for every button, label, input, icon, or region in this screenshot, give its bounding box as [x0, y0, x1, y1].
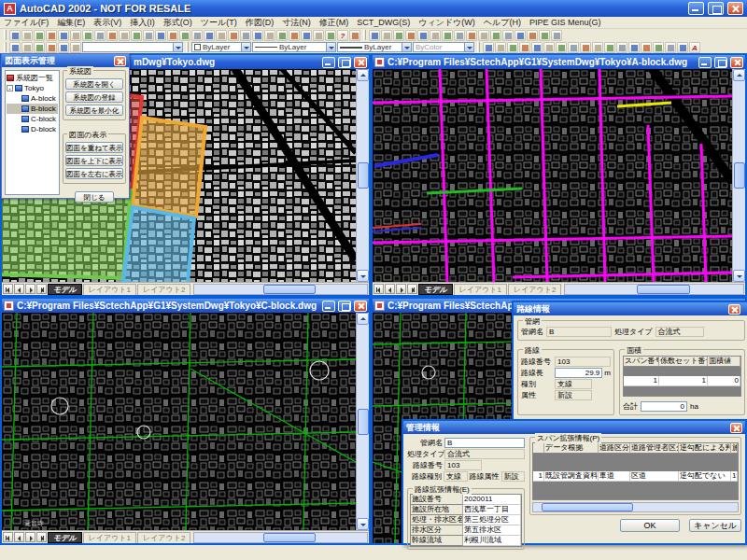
- menu-file[interactable]: ファイル(F): [4, 17, 49, 29]
- drawing-canvas-a-block[interactable]: [373, 69, 732, 282]
- span-ext-table[interactable]: データ根拠道路区分道路管理者区分逆勾配による判定施工年度 1既設管調査資料車道区…: [532, 442, 739, 500]
- tab-layout2[interactable]: レイアウト2: [137, 532, 190, 543]
- point-icon[interactable]: [653, 42, 664, 53]
- scroll-up-icon[interactable]: [733, 69, 745, 81]
- scroll-down-icon[interactable]: [357, 518, 369, 530]
- line-icon[interactable]: [483, 42, 494, 53]
- tab-last-icon[interactable]: [36, 532, 47, 542]
- drawing-canvas-c-block[interactable]: 覚音寺: [2, 313, 356, 530]
- collapse-icon[interactable]: -: [7, 85, 13, 91]
- tab-prev-icon[interactable]: [385, 284, 395, 294]
- chevron-down-icon[interactable]: [464, 43, 473, 51]
- dbconnect-icon[interactable]: [325, 30, 336, 41]
- tab-next-icon[interactable]: [25, 532, 35, 542]
- restore-icon[interactable]: [338, 57, 351, 68]
- tab-prev-icon[interactable]: [14, 532, 24, 542]
- break-icon[interactable]: [514, 30, 526, 41]
- help-icon[interactable]: ?: [337, 30, 348, 41]
- menu-insert[interactable]: 挿入(I): [130, 17, 155, 29]
- chevron-down-icon[interactable]: [326, 43, 335, 51]
- sct-node-icon[interactable]: [240, 30, 251, 41]
- scroll-down-icon[interactable]: [733, 270, 745, 282]
- palette-titlebar[interactable]: 図面表示管理: [2, 54, 129, 67]
- menu-format[interactable]: 形式(O): [163, 17, 192, 29]
- scrollbar-thumb[interactable]: [542, 503, 634, 511]
- fillet-icon[interactable]: [539, 30, 550, 41]
- ellipse-arc-icon[interactable]: [616, 42, 627, 53]
- horizontal-scrollbar[interactable]: [193, 284, 368, 295]
- minimize-icon[interactable]: [698, 57, 712, 68]
- region-icon[interactable]: [677, 42, 688, 53]
- manage-dialog-titlebar[interactable]: 管理情報: [403, 421, 745, 434]
- window-c-block-titlebar[interactable]: C:¥Program Files¥SctechApp¥G1¥SystemDwg¥…: [2, 299, 369, 313]
- layers-icon[interactable]: [9, 42, 21, 53]
- window-a-block-titlebar[interactable]: C:¥Program Files¥SctechApp¥G1¥SystemDwg¥…: [373, 55, 745, 69]
- tab-next-icon[interactable]: [25, 284, 35, 294]
- app-minimize-button[interactable]: [688, 2, 704, 15]
- tab-layout2[interactable]: レイアウト2: [508, 284, 561, 295]
- new-file-icon[interactable]: [9, 30, 21, 41]
- rotate-icon[interactable]: [442, 30, 453, 41]
- tab-first-icon[interactable]: [3, 284, 13, 294]
- horizontal-scrollbar[interactable]: [532, 502, 739, 512]
- layer-lock-icon[interactable]: [58, 42, 69, 53]
- mtext-icon[interactable]: A: [689, 42, 700, 53]
- minimize-icon[interactable]: [322, 301, 335, 312]
- hatch-icon[interactable]: [665, 42, 676, 53]
- print-icon[interactable]: [46, 30, 57, 41]
- sct-info-icon[interactable]: [167, 30, 178, 41]
- tab-model[interactable]: モデル: [48, 532, 82, 543]
- make-block-icon[interactable]: [641, 42, 652, 53]
- zoom-realtime-icon[interactable]: [276, 30, 288, 41]
- toolbar-grip[interactable]: [186, 42, 189, 52]
- scrollbar-thumb[interactable]: [263, 285, 315, 294]
- paste-icon[interactable]: [106, 30, 118, 41]
- menu-modify[interactable]: 修正(M): [319, 17, 349, 29]
- sct-view-d-icon[interactable]: [216, 30, 227, 41]
- circle-icon[interactable]: [568, 42, 579, 53]
- menu-sct-dwg[interactable]: SCT_DWG(S): [357, 18, 410, 27]
- horizontal-scrollbar[interactable]: [193, 532, 368, 543]
- copy-object-icon[interactable]: [381, 30, 392, 41]
- tab-layout1[interactable]: レイアウト1: [83, 532, 136, 543]
- sct-view-c-icon[interactable]: [204, 30, 215, 41]
- lineweight-combo[interactable]: ByLayer: [337, 42, 412, 52]
- close-icon[interactable]: [114, 56, 126, 66]
- ok-button[interactable]: OK: [620, 519, 680, 532]
- layer-previous-icon[interactable]: [21, 42, 33, 53]
- tree-item-d-block[interactable]: D-block: [7, 124, 58, 134]
- revision-cloud-icon[interactable]: [580, 42, 591, 53]
- menu-pipe-gis[interactable]: PIPE GIS Menu(G): [529, 18, 601, 27]
- close-icon[interactable]: [730, 57, 743, 68]
- restore-icon[interactable]: [338, 301, 351, 312]
- spline-icon[interactable]: [592, 42, 603, 53]
- layer-freeze-icon[interactable]: [46, 42, 57, 53]
- area-table[interactable]: スパン番号係数セット番号面積値 110: [623, 356, 741, 397]
- array-icon[interactable]: [417, 30, 429, 41]
- scrollbar-thumb[interactable]: [263, 533, 315, 542]
- horizontal-scrollbar[interactable]: [564, 284, 744, 295]
- zoom-previous-icon[interactable]: [301, 30, 312, 41]
- close-icon[interactable]: [728, 304, 740, 315]
- find-icon[interactable]: [70, 30, 81, 41]
- chevron-down-icon[interactable]: [241, 43, 250, 51]
- match-properties-icon[interactable]: [119, 30, 130, 41]
- copy-icon[interactable]: [94, 30, 106, 41]
- menu-tools[interactable]: ツール(T): [201, 17, 237, 29]
- make-object-layer-current-icon[interactable]: [70, 42, 81, 53]
- mirror-icon[interactable]: [393, 30, 404, 41]
- menu-edit[interactable]: 編集(E): [57, 17, 85, 29]
- close-icon[interactable]: [354, 57, 367, 68]
- close-icon[interactable]: [730, 423, 742, 433]
- rectangle-icon[interactable]: [543, 42, 555, 53]
- tab-first-icon[interactable]: [3, 532, 13, 542]
- ellipse-icon[interactable]: [604, 42, 615, 53]
- sct-line-icon[interactable]: [228, 30, 239, 41]
- system-tree[interactable]: 系統図一覧 -Tokyo A-block B-block C-block D-b…: [5, 70, 60, 195]
- menu-view[interactable]: 表示(V): [93, 17, 121, 29]
- cascade-drawings-button[interactable]: 図面を重ねて表示: [65, 142, 123, 153]
- tab-layout1[interactable]: レイアウト1: [454, 284, 507, 295]
- explode-icon[interactable]: [551, 30, 562, 41]
- plotstyle-combo[interactable]: ByColor: [413, 42, 474, 52]
- sct-map-icon[interactable]: [155, 30, 166, 41]
